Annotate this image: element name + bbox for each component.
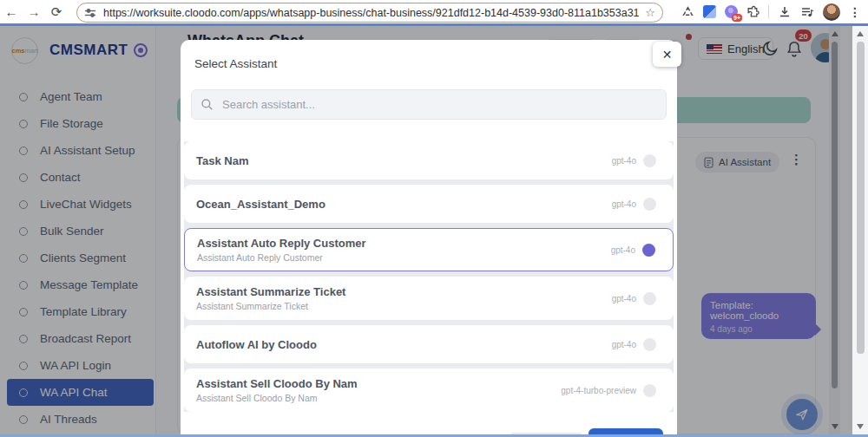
- blue-extension-icon[interactable]: [703, 5, 716, 18]
- close-icon: ✕: [662, 48, 673, 62]
- assistant-option-ocean-assistant-demo[interactable]: Ocean_Assistant_Demo gpt-4o: [184, 185, 674, 223]
- scrollbar-thumb[interactable]: [857, 42, 865, 354]
- assistant-model-label: gpt-4-turbo-preview: [561, 386, 636, 395]
- assistant-model-label: gpt-4o: [612, 156, 636, 166]
- recycle-extension-icon[interactable]: [681, 5, 694, 18]
- forward-icon[interactable]: →: [23, 4, 45, 19]
- app-page: cmsmart CMSMART Agent Team File Storage …: [0, 26, 852, 434]
- assistant-select-toggle[interactable]: [643, 292, 656, 305]
- select-assistant-modal: Select Assistant Task Nam gpt-4o Ocean_A…: [181, 40, 677, 437]
- search-icon: [201, 98, 214, 111]
- modal-close-button[interactable]: ✕: [653, 42, 681, 67]
- assistant-option-autoflow-ai[interactable]: Autoflow AI by Cloodo gpt-4o: [184, 325, 674, 363]
- assistant-list: Task Nam gpt-4o Ocean_Assistant_Demo gpt…: [184, 141, 674, 412]
- reload-icon[interactable]: ⟳: [45, 4, 68, 20]
- assistant-select-toggle[interactable]: [643, 338, 656, 351]
- assistant-select-toggle[interactable]: [643, 384, 656, 397]
- browser-menu-icon[interactable]: ⋮: [849, 5, 861, 19]
- window-scrollbar: [852, 26, 868, 434]
- toolbar-extensions: 9+ ⋮: [681, 0, 861, 23]
- assistant-subtitle: Assistant Sell Cloodo By Nam: [196, 393, 561, 403]
- toolbar-divider: [768, 5, 769, 18]
- bookmark-star-icon[interactable]: ☆: [645, 6, 655, 19]
- search-input[interactable]: [222, 98, 657, 111]
- assistant-select-toggle[interactable]: [643, 154, 656, 167]
- purple-extension-icon[interactable]: 9+: [725, 5, 738, 18]
- assistant-name: Ocean_Assistant_Demo: [196, 198, 612, 211]
- scroll-up-arrow[interactable]: [857, 31, 864, 36]
- assistant-subtitle: Assistant Auto Reply Customer: [197, 252, 611, 263]
- assistant-select-toggle[interactable]: [643, 198, 656, 211]
- browser-window: ← → ⟳ https://worksuite.cloodo.com/apps/…: [0, 0, 868, 437]
- assistant-option-sell-cloodo[interactable]: Assistant Sell Cloodo By Nam Assistant S…: [184, 369, 674, 412]
- assistant-name: Autoflow AI by Cloodo: [196, 338, 612, 351]
- site-info-icon[interactable]: [84, 7, 96, 19]
- assistant-option-task-nam[interactable]: Task Nam gpt-4o: [184, 141, 674, 179]
- assistant-name: Assistant Sell Cloodo By Nam: [196, 377, 561, 390]
- assistant-subtitle: Assistant Summarize Ticket: [196, 301, 612, 311]
- download-icon[interactable]: [778, 5, 792, 19]
- modal-title: Select Assistant: [194, 57, 277, 70]
- assistant-select-toggle[interactable]: [642, 244, 655, 257]
- media-list-icon[interactable]: [800, 5, 814, 19]
- assistant-option-summarize-ticket[interactable]: Assistant Summarize Ticket Assistant Sum…: [184, 277, 674, 320]
- assistant-option-auto-reply-customer[interactable]: Assistant Auto Reply Customer Assistant …: [184, 228, 674, 271]
- assistant-name: Assistant Summarize Ticket: [196, 285, 612, 298]
- assistant-model-label: gpt-4o: [612, 340, 636, 349]
- browser-toolbar: ← → ⟳ https://worksuite.cloodo.com/apps/…: [0, 0, 868, 26]
- extensions-puzzle-icon[interactable]: [746, 5, 760, 18]
- assistant-model-label: gpt-4o: [611, 245, 635, 255]
- assistant-name: Assistant Auto Reply Customer: [197, 237, 611, 250]
- extension-badge: 9+: [732, 14, 742, 22]
- assistant-name: Task Nam: [196, 154, 612, 167]
- scroll-down-arrow[interactable]: [857, 424, 864, 429]
- url-bar[interactable]: https://worksuite.cloodo.com/apps/whatsa…: [76, 3, 663, 23]
- assistant-model-label: gpt-4o: [612, 294, 636, 303]
- assistant-search: [191, 89, 667, 120]
- browser-profile-avatar[interactable]: [823, 3, 840, 21]
- back-icon[interactable]: ←: [0, 4, 23, 19]
- assistant-model-label: gpt-4o: [612, 199, 636, 209]
- url-text[interactable]: https://worksuite.cloodo.com/apps/whatsa…: [103, 7, 645, 19]
